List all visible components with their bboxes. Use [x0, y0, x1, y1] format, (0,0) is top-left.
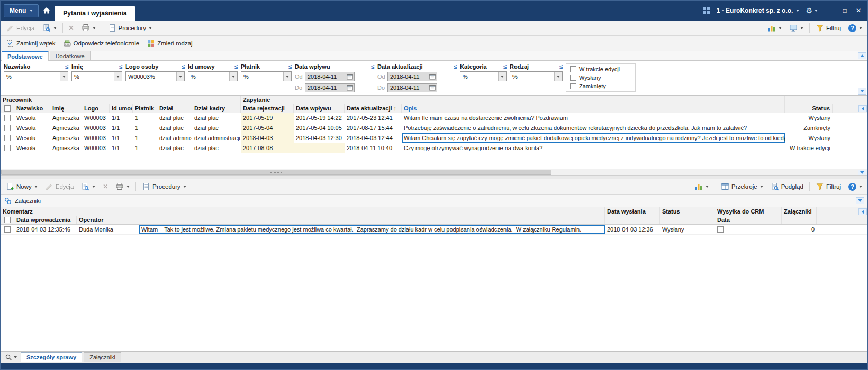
col-header-data-wplywu[interactable]: Data wpływu: [294, 104, 345, 113]
attachments-button[interactable]: Załączniki: [4, 197, 41, 205]
col-header-data-rejestracji[interactable]: Data rejestracji: [241, 104, 294, 113]
col-header-dzial-kadry[interactable]: Dział kadry: [192, 104, 241, 113]
imie-filter-select[interactable]: %: [71, 71, 122, 81]
row-select-checkbox[interactable]: [4, 226, 11, 233]
collapse-answers-header-button[interactable]: [856, 197, 864, 204]
new-button[interactable]: Nowy: [3, 181, 41, 192]
tab-zalaczniki[interactable]: Załączniki: [84, 352, 121, 362]
edit-button[interactable]: Edycja: [3, 22, 38, 34]
col-header-zalaczniki[interactable]: Załączniki: [782, 207, 817, 216]
cell-opis-selected[interactable]: Witam Chciałam się zapytać czy mogę zmie…: [402, 133, 785, 143]
apps-grid-icon[interactable]: [703, 7, 710, 14]
collapse-pane-button[interactable]: [858, 170, 866, 175]
edit-button[interactable]: Edycja: [42, 181, 77, 192]
expand-filter-panel-button[interactable]: [858, 88, 866, 95]
col-header-nazwisko[interactable]: Nazwisko: [14, 104, 50, 113]
row-select-checkbox[interactable]: [4, 135, 11, 141]
tab-pytania-i-wyjasnienia[interactable]: Pytania i wyjaśnienia: [55, 6, 135, 21]
answer-row-selected[interactable]: 2018-04-03 12:35:46 Duda Monika Witam Ta…: [1, 225, 867, 235]
col-header-imie[interactable]: Imię: [50, 104, 82, 113]
select-all-checkbox[interactable]: [4, 105, 11, 112]
procedures-button[interactable]: Procedury: [139, 181, 189, 192]
col-header-wysylka-do-crm[interactable]: Wysyłka do CRM: [715, 207, 782, 216]
kategoria-filter-select[interactable]: %: [460, 71, 507, 81]
col-header-status[interactable]: Status: [660, 207, 715, 216]
col-header-platnik[interactable]: Płatnik: [133, 104, 157, 113]
data-aktualizacji-od-input[interactable]: 2018-04-11: [387, 72, 437, 81]
col-header-data-aktualizacji[interactable]: Data aktualizacji↑: [345, 104, 402, 113]
col-header-opis[interactable]: Opis: [402, 104, 785, 113]
operator-lte-icon[interactable]: ≤: [371, 63, 374, 70]
col-header-crm-data[interactable]: Data: [715, 216, 782, 224]
collapse-columns-button[interactable]: [858, 105, 867, 112]
thread-row[interactable]: Wesoła Agnieszka W00003 1/1 1 dział płac…: [1, 143, 867, 153]
views-button[interactable]: [786, 22, 807, 34]
rodzaj-filter-select[interactable]: %: [510, 71, 563, 81]
logo-osoby-filter-select[interactable]: W00003%: [125, 71, 185, 81]
row-select-checkbox[interactable]: [4, 115, 11, 121]
col-header-operator[interactable]: Operator: [77, 216, 139, 224]
id-umowy-filter-select[interactable]: %: [188, 71, 238, 81]
row-select-checkbox[interactable]: [4, 125, 11, 131]
operator-lte-icon[interactable]: ≤: [503, 63, 507, 70]
select-all-checkbox[interactable]: [4, 217, 11, 223]
preview-button[interactable]: Podgląd: [767, 181, 807, 192]
col-header-dzial[interactable]: Dział: [157, 104, 192, 113]
data-aktualizacji-do-input[interactable]: 2018-04-11: [387, 83, 437, 92]
thread-row-selected[interactable]: Wesoła Agnieszka W00003 1/1 1 dział admi…: [1, 133, 867, 143]
charts-button[interactable]: [764, 22, 785, 34]
operator-lte-icon[interactable]: ≤: [454, 63, 457, 70]
operator-lte-icon[interactable]: ≤: [182, 63, 185, 70]
filter-button[interactable]: Filtruj: [812, 181, 844, 192]
calendar-icon[interactable]: [429, 85, 436, 91]
print-button[interactable]: [112, 181, 133, 192]
nazwisko-filter-select[interactable]: %: [4, 71, 68, 81]
platnik-filter-select[interactable]: %: [241, 71, 292, 81]
scrollbar-thumb[interactable]: [1, 170, 551, 175]
tab-szczegoly-sprawy[interactable]: Szczegóły sprawy: [21, 352, 82, 362]
delete-button[interactable]: ✕: [66, 22, 77, 34]
checkbox-w-trakcie-edycji[interactable]: W trakcie edycji: [570, 66, 631, 72]
data-wplywu-od-input[interactable]: 2018-04-11: [305, 72, 355, 81]
maximize-button[interactable]: □: [838, 4, 852, 17]
close-thread-button[interactable]: Zamknij wątek: [3, 38, 59, 49]
operator-lte-icon[interactable]: ≤: [288, 63, 292, 70]
operator-lte-icon[interactable]: ≤: [65, 63, 68, 70]
procedures-button[interactable]: Procedury: [105, 22, 155, 34]
answer-phone-button[interactable]: Odpowiedz telefonicznie: [60, 38, 143, 49]
cell-komentarz-selected[interactable]: Witam Tak to jest możliwe. Zmiana pakiet…: [139, 225, 605, 234]
collapse-filter-panel-button[interactable]: [858, 52, 866, 59]
crm-send-checkbox[interactable]: [717, 226, 724, 233]
zoom-tool-button[interactable]: [3, 354, 19, 361]
settings-button[interactable]: ⚙: [806, 6, 818, 15]
col-header-status[interactable]: Status: [785, 104, 833, 113]
col-header-data-wprowadzenia[interactable]: Data wprowadzenia: [14, 216, 77, 224]
print-button[interactable]: [78, 22, 99, 34]
thread-row[interactable]: Wesoła Agnieszka W00003 1/1 1 dział płac…: [1, 123, 867, 133]
calendar-icon[interactable]: [347, 73, 353, 80]
collapse-columns-button[interactable]: [858, 208, 867, 215]
checkbox-zamkniety[interactable]: Zamknięty: [570, 83, 631, 89]
operator-lte-icon[interactable]: ≤: [559, 63, 563, 70]
col-header-data-wyslania[interactable]: Data wysłania: [605, 207, 660, 216]
close-button[interactable]: ✕: [852, 4, 865, 17]
checkbox-wyslany[interactable]: Wysłany: [570, 75, 631, 81]
filter-button[interactable]: Filtruj: [812, 22, 844, 34]
charts-button[interactable]: [691, 181, 712, 192]
calendar-icon[interactable]: [429, 73, 436, 80]
sections-button[interactable]: Przekroje: [718, 181, 766, 192]
help-button[interactable]: ?: [845, 181, 865, 192]
horizontal-scrollbar[interactable]: [1, 169, 867, 175]
minimize-button[interactable]: –: [824, 4, 838, 17]
delete-button[interactable]: ✕: [100, 181, 111, 192]
menu-button[interactable]: Menu: [4, 4, 39, 17]
document-preview-button[interactable]: [39, 22, 60, 34]
change-type-button[interactable]: Zmień rodzaj: [143, 38, 195, 49]
thread-row[interactable]: Wesoła Agnieszka W00003 1/1 1 dział płac…: [1, 113, 867, 123]
row-select-checkbox[interactable]: [4, 145, 11, 151]
operator-lte-icon[interactable]: ≤: [119, 63, 122, 70]
filter-tab-dodatkowe[interactable]: Dodatkowe: [50, 51, 91, 60]
calendar-icon[interactable]: [347, 85, 353, 91]
filter-tab-podstawowe[interactable]: Podstawowe: [2, 51, 49, 61]
data-wplywu-do-input[interactable]: 2018-04-11: [305, 83, 355, 92]
